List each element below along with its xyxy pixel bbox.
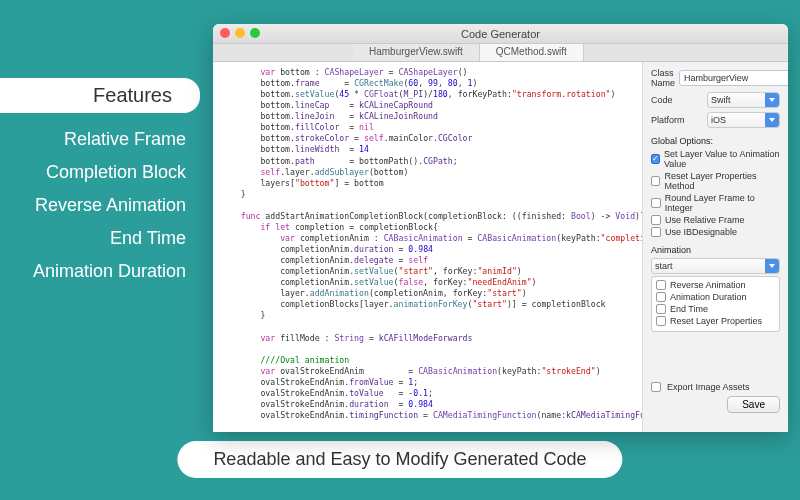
checkbox-round-layer-frame[interactable] <box>651 198 661 208</box>
code-editor[interactable]: var bottom : CAShapeLayer = CAShapeLayer… <box>213 62 643 432</box>
feature-item: Completion Block <box>0 156 200 189</box>
options-panel: Class Name Code Swift Platform iOS Globa… <box>643 62 788 432</box>
class-name-input[interactable] <box>679 70 788 86</box>
animation-select[interactable]: start <box>651 258 780 274</box>
export-label: Export Image Assets <box>667 382 750 392</box>
option-label: Reset Layer Properties Method <box>664 171 780 191</box>
checkbox-animation-duration[interactable] <box>656 292 666 302</box>
option-label: Set Layer Value to Animation Value <box>664 149 780 169</box>
option-label: End Time <box>670 304 708 314</box>
checkbox-reset-layer-props-method[interactable] <box>651 176 660 186</box>
option-label: Animation Duration <box>670 292 747 302</box>
class-name-label: Class Name <box>651 68 675 88</box>
platform-label: Platform <box>651 115 703 125</box>
checkbox-reverse-animation[interactable] <box>656 280 666 290</box>
animation-options-box: Reverse Animation Animation Duration End… <box>651 276 780 332</box>
features-title: Features <box>0 78 200 113</box>
chevron-down-icon <box>765 93 779 107</box>
animation-title: Animation <box>651 245 780 255</box>
checkbox-export-image-assets[interactable] <box>651 382 661 392</box>
feature-item: Reverse Animation <box>0 189 200 222</box>
features-panel: Features Relative Frame Completion Block… <box>0 78 200 288</box>
code-label: Code <box>651 95 703 105</box>
global-options-title: Global Options: <box>651 136 780 146</box>
checkbox-use-relative-frame[interactable] <box>651 215 661 225</box>
code-generator-window: Code Generator HamburgerView.swift QCMet… <box>213 24 788 432</box>
close-icon[interactable] <box>220 28 230 38</box>
window-controls[interactable] <box>220 28 260 38</box>
feature-item: End Time <box>0 222 200 255</box>
option-label: Reset Layer Properties <box>670 316 762 326</box>
zoom-icon[interactable] <box>250 28 260 38</box>
feature-item: Relative Frame <box>0 123 200 156</box>
save-button[interactable]: Save <box>727 396 780 413</box>
tab-qcmethod[interactable]: QCMethod.swift <box>480 44 584 61</box>
option-label: Round Layer Frame to Integer <box>665 193 780 213</box>
option-label: Reverse Animation <box>670 280 746 290</box>
chevron-down-icon <box>765 259 779 273</box>
tab-hamburgerview[interactable]: HamburgerView.swift <box>353 44 480 61</box>
checkbox-set-layer-value[interactable]: ✓ <box>651 154 660 164</box>
tabbar: HamburgerView.swift QCMethod.swift <box>213 44 788 62</box>
code-content: var bottom : CAShapeLayer = CAShapeLayer… <box>213 62 642 432</box>
checkbox-end-time[interactable] <box>656 304 666 314</box>
option-label: Use Relative Frame <box>665 215 745 225</box>
checkbox-reset-layer-properties[interactable] <box>656 316 666 326</box>
checkbox-use-ibdesignable[interactable] <box>651 227 661 237</box>
feature-item: Animation Duration <box>0 255 200 288</box>
code-select[interactable]: Swift <box>707 92 780 108</box>
chevron-down-icon <box>765 113 779 127</box>
window-title: Code Generator <box>461 28 540 40</box>
platform-select[interactable]: iOS <box>707 112 780 128</box>
tagline-pill: Readable and Easy to Modify Generated Co… <box>177 441 622 478</box>
titlebar: Code Generator <box>213 24 788 44</box>
minimize-icon[interactable] <box>235 28 245 38</box>
option-label: Use IBDesignable <box>665 227 737 237</box>
